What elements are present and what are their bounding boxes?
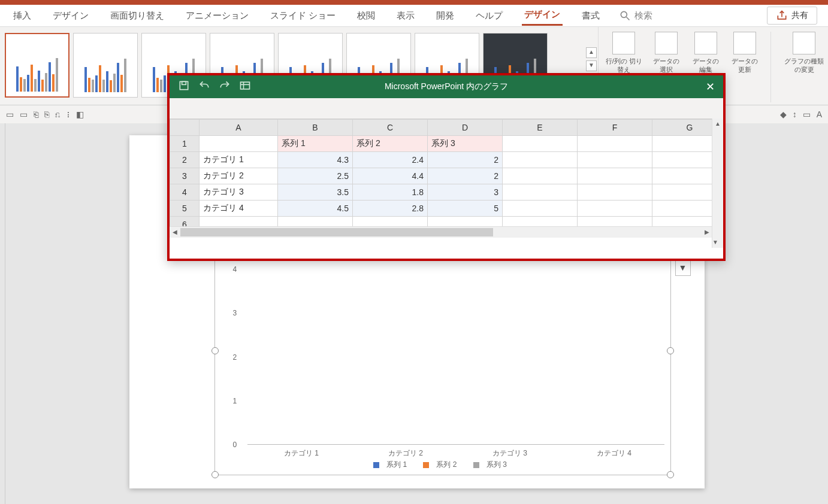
- share-button[interactable]: 共有: [767, 7, 817, 25]
- tab-design[interactable]: デザイン: [50, 7, 91, 25]
- change-chart-type-button[interactable]: グラフの種類 の変更: [781, 32, 828, 102]
- legend-item: 系列 1: [386, 460, 407, 469]
- tab-developer[interactable]: 開発: [434, 7, 457, 25]
- share-icon: [776, 10, 788, 22]
- search-placeholder: 検索: [634, 10, 652, 22]
- switch-rowcol-label: 行/列の 切り替え: [605, 57, 643, 74]
- svg-point-0: [621, 11, 627, 17]
- thumbnail-panel[interactable]: [0, 123, 5, 504]
- tab-transitions[interactable]: 画面切り替え: [108, 7, 167, 25]
- search-box[interactable]: 検索: [619, 10, 652, 22]
- qt-icon[interactable]: ⎌: [55, 110, 60, 119]
- qt-icon[interactable]: ▭: [20, 110, 28, 119]
- tab-chart-design[interactable]: デザイン: [522, 5, 563, 26]
- resize-handle[interactable]: [667, 471, 674, 478]
- chart-style-1[interactable]: [5, 33, 69, 98]
- tab-help[interactable]: ヘルプ: [473, 7, 505, 25]
- search-icon: [619, 10, 631, 22]
- scroll-left-icon[interactable]: ◀: [170, 227, 180, 238]
- app-root: 挿入 デザイン 画面切り替え アニメーション スライド ショー 校閲 表示 開発…: [0, 0, 828, 504]
- resize-handle[interactable]: [667, 347, 674, 354]
- tab-review[interactable]: 校閲: [355, 7, 377, 25]
- chart-style-2[interactable]: [73, 33, 138, 98]
- resize-handle[interactable]: [211, 471, 219, 478]
- share-label: 共有: [791, 10, 808, 21]
- data-window-titlebar[interactable]: Microsoft PowerPoint 内のグラフ ✕: [170, 75, 723, 98]
- qt-icon[interactable]: ◆: [780, 110, 787, 119]
- ribbon-tabs: 挿入 デザイン 画面切り替え アニメーション スライド ショー 校閲 表示 開発…: [0, 5, 828, 27]
- edit-data-label: データの 編集: [690, 57, 722, 74]
- qt-icon[interactable]: ↕: [793, 110, 797, 119]
- qt-icon[interactable]: ⎘: [44, 110, 49, 119]
- divider: [770, 32, 771, 102]
- chart-data-window[interactable]: Microsoft PowerPoint 内のグラフ ✕ ABCDEFG1系列 …: [167, 73, 726, 261]
- refresh-data-button[interactable]: データの 更新: [729, 32, 761, 102]
- svg-rect-2: [180, 81, 188, 89]
- v-scrollbar[interactable]: ▲▼: [712, 119, 723, 248]
- change-type-label: グラフの種類 の変更: [781, 57, 828, 74]
- legend-item: 系列 3: [486, 460, 507, 469]
- tab-insert[interactable]: 挿入: [11, 7, 34, 25]
- refresh-data-label: データの 更新: [729, 57, 761, 74]
- gallery-up-icon[interactable]: ▲: [586, 47, 597, 58]
- close-icon[interactable]: ✕: [706, 80, 715, 93]
- data-window-toolbar: [170, 98, 723, 119]
- qt-icon[interactable]: ▭: [803, 110, 811, 119]
- tab-slideshow[interactable]: スライド ショー: [268, 7, 338, 25]
- svg-rect-3: [182, 81, 186, 84]
- legend-item: 系列 2: [436, 460, 457, 469]
- save-icon[interactable]: [178, 80, 190, 94]
- title-bar: [0, 0, 828, 5]
- edit-in-excel-icon[interactable]: [239, 80, 251, 94]
- tab-animations[interactable]: アニメーション: [183, 7, 251, 25]
- data-grid[interactable]: ABCDEFG1系列 1系列 2系列 32カテゴリ 14.32.423カテゴリ …: [170, 119, 723, 238]
- svg-rect-4: [241, 82, 250, 89]
- redo-icon[interactable]: [219, 80, 231, 94]
- chart-filter-button[interactable]: ▼: [675, 260, 691, 276]
- select-data-label: データの 選択: [650, 57, 682, 74]
- chart-legend[interactable]: 系列 1 系列 2 系列 3: [215, 460, 670, 470]
- qt-icon[interactable]: ⫶: [66, 110, 70, 119]
- tab-format[interactable]: 書式: [579, 7, 602, 25]
- qt-icon[interactable]: ▭: [6, 110, 14, 119]
- undo-icon[interactable]: [198, 80, 210, 94]
- scroll-right-icon[interactable]: ▶: [702, 227, 712, 238]
- scroll-down-icon[interactable]: ▼: [712, 237, 718, 248]
- tab-view[interactable]: 表示: [394, 7, 417, 25]
- scroll-up-icon[interactable]: ▲: [712, 119, 723, 129]
- qt-icon[interactable]: ⎗: [34, 110, 38, 119]
- chart-object[interactable]: ＋ ✎ ▼ 01234 カテゴリ 1カテゴリ 2カテゴリ 3カテゴリ 4 系列 …: [214, 225, 671, 475]
- h-scrollbar[interactable]: ◀▶: [170, 226, 712, 238]
- qt-icon[interactable]: ◧: [76, 110, 84, 119]
- resize-handle[interactable]: [211, 347, 219, 354]
- qt-icon[interactable]: A: [817, 110, 822, 119]
- gallery-down-icon[interactable]: ▼: [586, 60, 597, 71]
- svg-line-1: [627, 17, 630, 20]
